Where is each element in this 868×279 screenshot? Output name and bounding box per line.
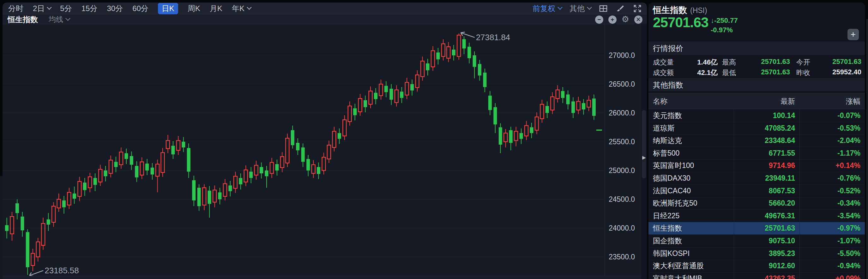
chart-symbol-label: 恒生指数 xyxy=(7,15,38,25)
index-row-恒生指数[interactable]: 恒生指数25701.63-0.97% xyxy=(649,222,865,235)
quote-field-今开: 今开25701.63 xyxy=(796,58,861,67)
price-axis: 27000.026500.026000.025500.025000.024500… xyxy=(604,24,642,279)
index-last: 43262.35 xyxy=(734,272,795,279)
section-header-quote: 行情报价 xyxy=(649,42,865,54)
index-name: 日经225 xyxy=(653,210,679,222)
index-name: 标普500 xyxy=(653,147,679,160)
quote-value: 25952.40 xyxy=(832,68,861,76)
period-tab-月K[interactable]: 月K xyxy=(210,3,222,13)
panel-collapse-handle[interactable]: ▶ xyxy=(641,153,647,162)
index-row-道琼斯[interactable]: 道琼斯47085.24-0.53% xyxy=(649,122,865,135)
add-to-watchlist-button[interactable]: + xyxy=(847,29,859,40)
column-divider xyxy=(800,93,800,279)
index-row-富时意大利MIB[interactable]: 富时意大利MIB43262.35+0.09% xyxy=(649,272,865,279)
quote-value: 25701.63 xyxy=(761,58,790,66)
index-name: 法国CAC40 xyxy=(653,185,691,197)
index-row-国企指数[interactable]: 国企指数9075.10-1.07% xyxy=(649,235,865,247)
quote-panel: 恒生指数(HSI) 25701.63 ↓-250.77 -0.97% + 行情报… xyxy=(649,3,865,279)
high-annotation: 27381.84 xyxy=(476,33,510,42)
left-edge-strip xyxy=(0,176,2,279)
indices-table-header: 名称最新涨幅 xyxy=(649,93,865,109)
chart-panel: 分时2日5分15分30分60分日K周K月K年K 前复权 其他 xyxy=(2,3,647,279)
panel-scrollbar[interactable] xyxy=(641,24,647,279)
index-change: -3.54% xyxy=(800,210,861,222)
index-last: 8067.53 xyxy=(734,185,795,197)
period-tab-2日[interactable]: 2日 xyxy=(33,3,51,13)
index-name: 恒生指数 xyxy=(653,222,682,234)
adjust-label: 前复权 xyxy=(532,3,555,13)
period-tab-周K[interactable]: 周K xyxy=(188,3,200,13)
y-axis-label: 25000.0 xyxy=(609,166,635,175)
window-scrollbar[interactable] xyxy=(867,19,867,279)
index-row-韩国KOSPI[interactable]: 韩国KOSPI3895.23-5.50% xyxy=(649,247,865,260)
divider xyxy=(649,54,865,55)
period-tab-label: 年K xyxy=(232,3,245,13)
column-divider xyxy=(734,93,734,279)
index-row-标普500[interactable]: 标普5006771.55-1.17% xyxy=(649,147,865,160)
index-row-英国富时100[interactable]: 英国富时1009714.96+0.14% xyxy=(649,160,865,172)
index-row-澳大利亚普通股[interactable]: 澳大利亚普通股9012.60-0.94% xyxy=(649,260,865,272)
brush-icon[interactable] xyxy=(616,4,625,13)
index-name: 欧洲斯托克50 xyxy=(653,197,698,210)
y-axis-label: 24000.0 xyxy=(609,224,635,232)
period-tab-5分[interactable]: 5分 xyxy=(60,3,72,13)
chevron-down-icon xyxy=(587,5,592,10)
period-tab-60分[interactable]: 60分 xyxy=(132,3,149,13)
indices-table: 美元指数100.14-0.07%道琼斯47085.24-0.53%纳斯达克233… xyxy=(649,109,865,279)
table-header-涨幅[interactable]: 涨幅 xyxy=(800,93,861,109)
index-name: 英国富时100 xyxy=(653,160,694,172)
index-change: +0.14% xyxy=(800,160,861,172)
chart-toolbar-right: 前复权 其他 xyxy=(532,3,642,13)
index-change: -0.52% xyxy=(800,185,861,197)
gear-icon[interactable]: ⚙ xyxy=(622,15,629,24)
table-header-最新[interactable]: 最新 xyxy=(734,93,795,109)
index-row-欧洲斯托克50[interactable]: 欧洲斯托克505660.20-0.34% xyxy=(649,197,865,210)
index-row-德国DAX30[interactable]: 德国DAX3023949.11-0.76% xyxy=(649,172,865,185)
quote-label: 昨收 xyxy=(796,68,810,78)
index-change: -0.53% xyxy=(800,122,861,134)
index-last: 49676.31 xyxy=(734,210,795,222)
period-tab-日K[interactable]: 日K xyxy=(158,3,178,14)
index-last: 100.14 xyxy=(734,109,795,122)
index-row-纳斯达克[interactable]: 纳斯达克23348.64-2.04% xyxy=(649,134,865,147)
y-axis-label: 27000.0 xyxy=(609,51,635,60)
index-row-美元指数[interactable]: 美元指数100.14-0.07% xyxy=(649,109,865,122)
chevron-down-icon xyxy=(47,5,52,10)
fullscreen-icon[interactable] xyxy=(633,4,642,13)
period-tab-年K[interactable]: 年K xyxy=(232,3,250,13)
period-tab-label: 30分 xyxy=(107,3,123,13)
period-toolbar: 分时2日5分15分30分60分日K周K月K年K 前复权 其他 xyxy=(2,3,647,15)
index-last: 25701.63 xyxy=(734,222,795,234)
layout-grid-icon[interactable] xyxy=(599,4,608,13)
period-tab-分时[interactable]: 分时 xyxy=(8,3,23,13)
period-tab-label: 2日 xyxy=(33,3,44,13)
quote-label: 成交量 xyxy=(653,58,674,67)
index-change: -0.34% xyxy=(800,197,861,210)
index-row-法国CAC40[interactable]: 法国CAC408067.53-0.52% xyxy=(649,185,865,197)
chevron-down-icon xyxy=(558,5,563,10)
chevron-down-icon xyxy=(247,5,252,10)
index-row-日经225[interactable]: 日经22549676.31-3.54% xyxy=(649,210,865,222)
table-header-名称[interactable]: 名称 xyxy=(653,93,729,109)
y-axis-label: 25500.0 xyxy=(609,138,635,146)
chart-subtoolbar: 恒生指数 均线 − + ⚙ ✕ xyxy=(2,15,647,24)
price-change-value: -250.77 xyxy=(714,17,738,24)
ma-indicator-dropdown[interactable]: 均线 xyxy=(49,15,69,24)
quote-field-成交量: 成交量1.46亿 xyxy=(653,58,718,67)
adjust-dropdown[interactable]: 前复权 xyxy=(532,3,561,13)
close-icon[interactable]: ✕ xyxy=(634,16,643,24)
scrollbar-thumb[interactable] xyxy=(642,110,646,178)
quote-label: 今开 xyxy=(796,58,810,67)
other-dropdown[interactable]: 其他 xyxy=(569,3,591,13)
period-tab-30分[interactable]: 30分 xyxy=(107,3,123,13)
quote-label: 最高 xyxy=(722,58,736,67)
period-tab-15分[interactable]: 15分 xyxy=(82,3,98,13)
y-axis-label: 24500.0 xyxy=(609,195,635,204)
zoom-in-icon[interactable]: + xyxy=(608,16,617,24)
y-axis-label: 26500.0 xyxy=(609,80,635,89)
index-change: -1.17% xyxy=(800,147,861,160)
index-name-text: 恒生指数 xyxy=(653,5,687,15)
candlestick-chart[interactable]: 27381.8423185.58 xyxy=(2,24,604,279)
zoom-out-icon[interactable]: − xyxy=(595,16,603,24)
index-last: 9714.96 xyxy=(734,160,795,172)
